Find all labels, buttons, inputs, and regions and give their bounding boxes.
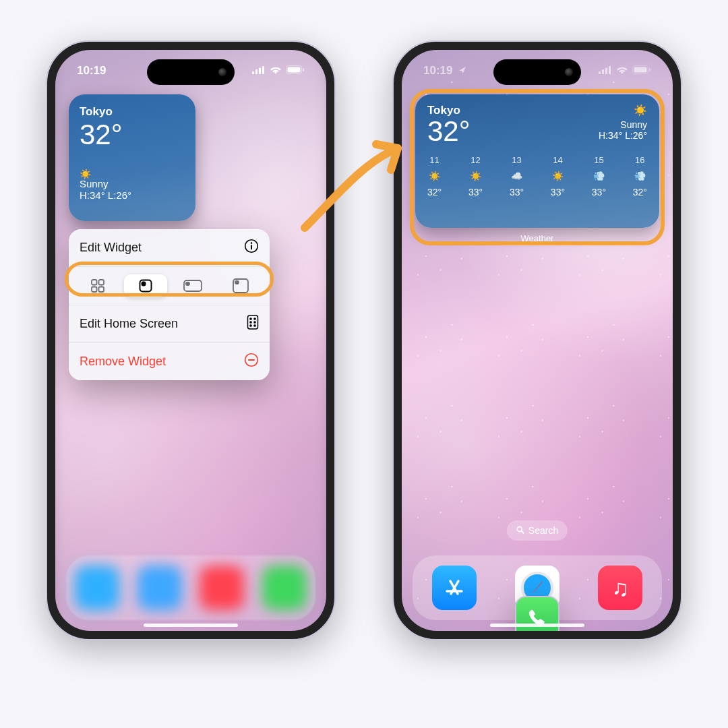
forecast-wind-icon: 💨 [634, 171, 646, 181]
svg-point-26 [254, 325, 255, 326]
svg-rect-30 [602, 69, 604, 74]
weather-temp: 32° [427, 117, 471, 146]
svg-rect-32 [609, 66, 611, 74]
svg-rect-9 [251, 245, 252, 249]
svg-line-37 [522, 531, 524, 533]
forecast-cloud-icon: ☁️ [511, 171, 522, 181]
svg-rect-11 [99, 280, 104, 285]
weather-widget-small[interactable]: Tokyo 32° ☀️ Sunny H:34° L:26° [69, 94, 195, 221]
remove-icon [244, 353, 259, 371]
weather-condition: Sunny [599, 119, 647, 130]
forecast-hour-temp: 32° [633, 187, 647, 198]
size-option-medium[interactable] [169, 272, 217, 299]
forecast-hour-label: 11 [429, 155, 439, 165]
weather-hilo: H:34° L:26° [80, 189, 185, 201]
forecast-hour: 16💨32° [633, 155, 647, 198]
battery-icon [632, 64, 651, 78]
svg-rect-17 [186, 282, 189, 285]
svg-point-22 [254, 318, 255, 320]
home-indicator[interactable] [144, 624, 238, 627]
search-icon [516, 525, 524, 536]
phone-before: 10:19 Tokyo 32° ☀️ Sunn [46, 40, 336, 640]
svg-rect-31 [605, 68, 607, 75]
svg-rect-19 [235, 281, 239, 284]
home-indicator[interactable] [490, 624, 584, 627]
weather-condition: Sunny [80, 178, 185, 189]
wifi-icon [616, 64, 628, 78]
svg-rect-5 [288, 67, 301, 73]
menu-edit-widget[interactable]: Edit Widget [69, 229, 270, 266]
widget-context-menu: Edit Widget [69, 229, 270, 380]
sun-icon: ☀️ [599, 104, 647, 117]
svg-point-25 [250, 325, 251, 326]
forecast-hour-label: 15 [594, 155, 603, 165]
dock: ♫ [413, 555, 662, 620]
svg-rect-29 [599, 71, 601, 74]
forecast-wind-icon: 💨 [593, 171, 605, 181]
svg-rect-14 [140, 280, 151, 292]
svg-point-23 [250, 322, 251, 323]
phone-after: 10:19 [392, 40, 682, 640]
forecast-sun-icon: ☀️ [470, 171, 481, 181]
signal-icon [599, 64, 612, 78]
forecast-hour-temp: 33° [592, 187, 606, 198]
weather-hilo: H:34° L:26° [599, 130, 647, 141]
forecast-hour-temp: 33° [468, 187, 483, 198]
svg-rect-10 [92, 280, 97, 285]
svg-rect-20 [248, 315, 258, 329]
dynamic-island [147, 59, 235, 85]
status-time: 10:19 [423, 64, 452, 77]
menu-edit-home-screen[interactable]: Edit Home Screen [69, 305, 270, 342]
forecast-hour: 15💨33° [592, 155, 606, 198]
svg-rect-2 [259, 68, 261, 75]
dock-blurred [66, 555, 315, 620]
svg-rect-15 [142, 282, 145, 286]
svg-rect-3 [262, 66, 264, 74]
svg-rect-12 [92, 287, 97, 293]
svg-rect-35 [649, 68, 650, 71]
forecast-hour-temp: 32° [427, 187, 442, 198]
app-appstore[interactable] [432, 566, 477, 610]
forecast-sun-icon: ☀️ [429, 171, 440, 181]
forecast-hour: 12☀️33° [468, 155, 483, 198]
widget-size-picker [69, 266, 270, 305]
forecast-hour-label: 14 [553, 155, 562, 165]
battery-icon [286, 64, 305, 78]
svg-rect-0 [252, 71, 254, 74]
hourly-forecast: 11☀️32°12☀️33°13☁️33°14☀️33°15💨33°16💨32° [427, 155, 647, 198]
appstore-icon [442, 575, 467, 601]
homescreen-grid-icon [247, 315, 259, 333]
status-time: 10:19 [77, 64, 106, 78]
svg-rect-28 [248, 359, 255, 361]
svg-point-8 [251, 242, 253, 244]
forecast-hour-label: 12 [471, 155, 480, 165]
forecast-hour: 13☁️33° [510, 155, 524, 198]
forecast-hour: 11☀️32° [427, 155, 442, 198]
forecast-hour-temp: 33° [551, 187, 565, 198]
forecast-hour-label: 16 [635, 155, 644, 165]
menu-remove-widget[interactable]: Remove Widget [69, 342, 270, 380]
svg-rect-34 [634, 67, 647, 73]
sun-icon: ☀️ [80, 169, 91, 179]
app-music[interactable]: ♫ [598, 566, 642, 610]
dynamic-island [493, 59, 581, 85]
location-arrow-icon [458, 64, 466, 78]
size-option-large[interactable] [217, 272, 265, 299]
forecast-sun-icon: ☀️ [552, 171, 564, 181]
wifi-icon [270, 64, 282, 78]
weather-widget-medium[interactable]: Tokyo 32° ☀️ Sunny H:34° L:26° 11☀️32°12… [415, 94, 659, 228]
svg-rect-6 [303, 68, 304, 71]
info-icon [244, 239, 259, 257]
svg-rect-1 [255, 69, 257, 74]
widget-label: Weather [402, 233, 673, 243]
forecast-hour-temp: 33° [510, 187, 524, 198]
forecast-hour-label: 13 [512, 155, 521, 165]
home-search-pill[interactable]: Search [507, 520, 568, 541]
size-option-apps[interactable] [74, 272, 122, 299]
svg-point-21 [250, 318, 251, 320]
size-option-small[interactable] [122, 272, 170, 299]
weather-temp: 32° [80, 120, 185, 150]
music-icon: ♫ [612, 575, 630, 601]
weather-city: Tokyo [80, 105, 185, 119]
forecast-hour: 14☀️33° [551, 155, 565, 198]
